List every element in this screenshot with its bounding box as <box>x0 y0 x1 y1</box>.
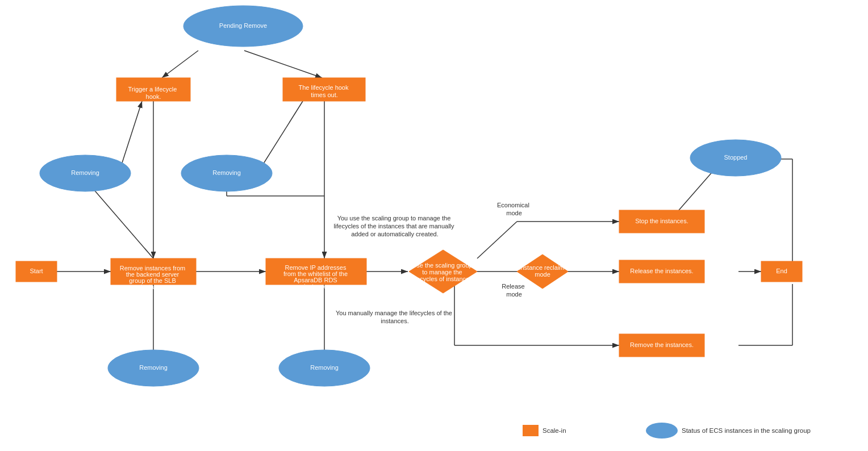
stop-instances-label: Stop the instances. <box>635 218 688 224</box>
removing3-label: Removing <box>139 364 168 371</box>
arrow-slb-removing1 <box>88 183 153 258</box>
economical-mode-label: Economical mode <box>497 202 531 216</box>
end-label: End <box>776 268 787 274</box>
removing1-label: Removing <box>71 169 99 176</box>
arrow-pending-trigger <box>162 51 198 78</box>
pending-remove-label: Pending Remove <box>219 22 267 29</box>
start-label: Start <box>30 268 43 274</box>
legend-scalein-rect <box>523 425 539 436</box>
release-mode-label: Release mode <box>502 283 526 298</box>
flowchart-diagram: Pending Remove Trigger a lifecycle hook.… <box>0 0 868 451</box>
release-instances-label: Release the instances. <box>630 268 693 274</box>
remove-instances-label: Remove the instances. <box>630 341 694 348</box>
arrow-removing1-trigger <box>119 101 142 172</box>
legend-scalein-label: Scale-in <box>542 427 566 434</box>
stopped-label: Stopped <box>724 154 748 161</box>
legend-status-ellipse <box>646 423 678 439</box>
use-scaling-desc: You use the scaling group to manage the … <box>333 215 456 237</box>
removing4-label: Removing <box>310 364 339 371</box>
remove-ip-label: Remove IP addresses from the whitelist o… <box>283 264 349 290</box>
manually-manage-desc: You manually manage the lifecycles of th… <box>336 310 454 324</box>
arrow-pending-timeout <box>244 51 322 78</box>
removing2-label: Removing <box>212 169 241 176</box>
arrow-scaling-stop <box>477 222 517 258</box>
legend-status-label: Status of ECS instances in the scaling g… <box>682 427 811 434</box>
remove-slb-label: Remove instances from the backend server… <box>120 265 187 290</box>
